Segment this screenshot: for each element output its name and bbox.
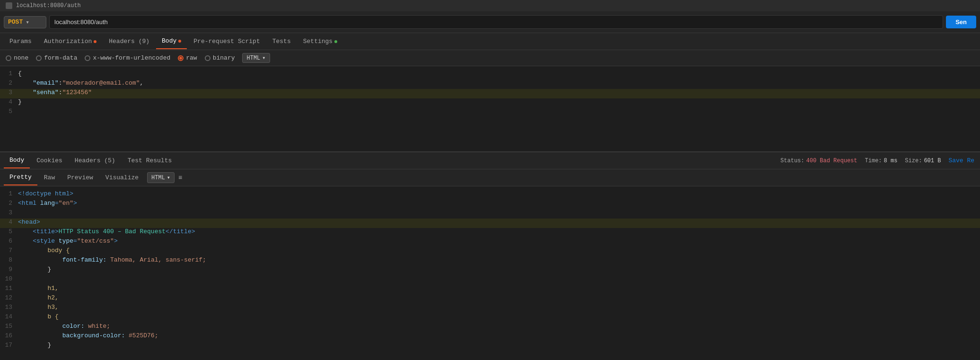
view-tab-raw[interactable]: Raw xyxy=(38,170,61,185)
tab-pre-request-label: Pre-request Script xyxy=(193,38,260,45)
status-indicator: Status: 400 Bad Request xyxy=(780,158,857,164)
response-tab-headers[interactable]: Headers (5) xyxy=(69,153,121,168)
response-tab-test-results-label: Test Results xyxy=(128,157,172,164)
request-line-1: 1 { xyxy=(0,70,980,79)
tab-tests-label: Tests xyxy=(272,38,291,45)
response-line-6: 6 <style type="text/css"> xyxy=(0,237,980,247)
radio-binary[interactable] xyxy=(205,55,210,61)
resp-line-num-8: 8 xyxy=(4,256,18,263)
radio-raw[interactable] xyxy=(178,55,184,61)
response-line-8: 8 font-family: Tahoma, Arial, sans-serif… xyxy=(0,256,980,266)
response-line-7: 7 body { xyxy=(0,247,980,256)
option-form-data[interactable]: form-data xyxy=(36,54,77,61)
response-line-9: 9 } xyxy=(0,266,980,275)
resp-line-content-12: h2, xyxy=(18,294,976,301)
view-tab-visualize[interactable]: Visualize xyxy=(100,170,144,185)
tab-params[interactable]: Params xyxy=(4,34,37,49)
resp-line-num-1: 1 xyxy=(4,190,18,197)
send-button[interactable]: Sen xyxy=(946,16,976,28)
resp-line-num-17: 17 xyxy=(4,342,18,349)
line-num-4: 4 xyxy=(4,98,18,105)
response-format-chevron-icon: ▾ xyxy=(167,174,170,181)
response-tab-headers-label: Headers (5) xyxy=(75,157,115,164)
radio-urlencoded[interactable] xyxy=(85,55,90,61)
response-tab-body[interactable]: Body xyxy=(4,153,30,168)
time-indicator: Time: 8 ms xyxy=(865,158,898,164)
method-text: POST xyxy=(8,18,23,26)
view-tab-preview[interactable]: Preview xyxy=(61,170,99,185)
resp-line-num-6: 6 xyxy=(4,237,18,245)
request-body-editor[interactable]: 1 { 2 "email":"moderador@email.com", 3 "… xyxy=(0,66,980,151)
tab-settings-label: Settings xyxy=(303,38,332,45)
response-line-11: 11 h1, xyxy=(0,285,980,294)
option-raw[interactable]: raw xyxy=(178,54,197,61)
url-bar: POST ▾ Sen xyxy=(0,11,980,33)
resp-line-num-11: 11 xyxy=(4,285,18,292)
response-tab-bar: Body Cookies Headers (5) Test Results St… xyxy=(0,152,980,169)
resp-line-content-13: h3, xyxy=(18,304,976,311)
filter-icon[interactable]: ≡ xyxy=(175,172,185,184)
tab-authorization[interactable]: Authorization xyxy=(38,34,102,49)
response-line-18: 18 xyxy=(0,351,980,352)
resp-line-num-16: 16 xyxy=(4,332,18,339)
status-label-text: Status: xyxy=(780,158,804,164)
line-num-5: 5 xyxy=(4,108,18,115)
radio-form-data[interactable] xyxy=(36,55,42,61)
resp-line-content-9: } xyxy=(18,266,976,273)
radio-none[interactable] xyxy=(6,55,11,61)
tab-authorization-label: Authorization xyxy=(44,38,92,45)
title-bar-text: localhost:8080/auth xyxy=(16,2,81,9)
tab-tests[interactable]: Tests xyxy=(267,34,297,49)
save-response-button[interactable]: Save Re xyxy=(948,157,974,164)
resp-line-num-13: 13 xyxy=(4,304,18,311)
request-line-4: 4 } xyxy=(0,98,980,108)
resp-line-content-5: <title>HTTP Status 400 – Bad Request</ti… xyxy=(18,228,976,235)
resp-line-content-16: background-color: #525D76; xyxy=(18,332,976,339)
time-label-text: Time: xyxy=(865,158,882,164)
body-dot xyxy=(178,40,181,43)
tab-headers[interactable]: Headers (9) xyxy=(103,34,155,49)
method-chevron-icon: ▾ xyxy=(26,18,29,26)
resp-line-content-7: body { xyxy=(18,247,976,254)
option-raw-label: raw xyxy=(186,54,197,61)
url-input[interactable] xyxy=(49,15,943,29)
response-line-13: 13 h3, xyxy=(0,304,980,313)
option-urlencoded-label: x-www-form-urlencoded xyxy=(93,54,170,61)
option-urlencoded[interactable]: x-www-form-urlencoded xyxy=(85,54,170,61)
response-tab-body-label: Body xyxy=(9,157,24,164)
view-tab-pretty[interactable]: Pretty xyxy=(4,170,37,185)
response-line-2: 2 <html lang="en"> xyxy=(0,200,980,209)
resp-line-content-8: font-family: Tahoma, Arial, sans-serif; xyxy=(18,256,976,263)
resp-line-num-5: 5 xyxy=(4,228,18,235)
view-tab-pretty-label: Pretty xyxy=(9,174,32,181)
option-binary[interactable]: binary xyxy=(205,54,235,61)
view-tabs-bar: Pretty Raw Preview Visualize HTML ▾ ≡ xyxy=(0,169,980,186)
response-tab-cookies[interactable]: Cookies xyxy=(31,153,68,168)
view-tab-visualize-label: Visualize xyxy=(105,174,139,181)
option-form-data-label: form-data xyxy=(44,54,77,61)
resp-line-num-10: 10 xyxy=(4,275,18,282)
resp-line-num-9: 9 xyxy=(4,266,18,273)
request-line-2: 2 "email":"moderador@email.com", xyxy=(0,79,980,89)
option-binary-label: binary xyxy=(213,54,235,61)
method-select[interactable]: POST ▾ xyxy=(4,16,46,28)
tab-settings[interactable]: Settings xyxy=(298,34,343,49)
response-line-1: 1 <!doctype html> xyxy=(0,190,980,200)
resp-line-content-1: <!doctype html> xyxy=(18,190,976,197)
resp-line-content-2: <html lang="en"> xyxy=(18,200,976,207)
response-tab-test-results[interactable]: Test Results xyxy=(122,153,178,168)
resp-line-content-17: } xyxy=(18,342,976,349)
resp-line-num-7: 7 xyxy=(4,247,18,254)
tab-pre-request[interactable]: Pre-request Script xyxy=(188,34,265,49)
tab-body[interactable]: Body xyxy=(156,34,187,49)
option-none-label: none xyxy=(14,54,28,61)
resp-line-content-11: h1, xyxy=(18,285,976,292)
option-none[interactable]: none xyxy=(6,54,28,61)
resp-line-num-2: 2 xyxy=(4,200,18,207)
response-format-label: HTML xyxy=(151,175,165,181)
response-format-dropdown[interactable]: HTML ▾ xyxy=(147,172,175,183)
resp-line-num-3: 3 xyxy=(4,209,18,216)
tab-headers-label: Headers (9) xyxy=(109,38,149,45)
line-content-4: } xyxy=(18,98,976,105)
format-dropdown[interactable]: HTML ▾ xyxy=(242,53,270,63)
